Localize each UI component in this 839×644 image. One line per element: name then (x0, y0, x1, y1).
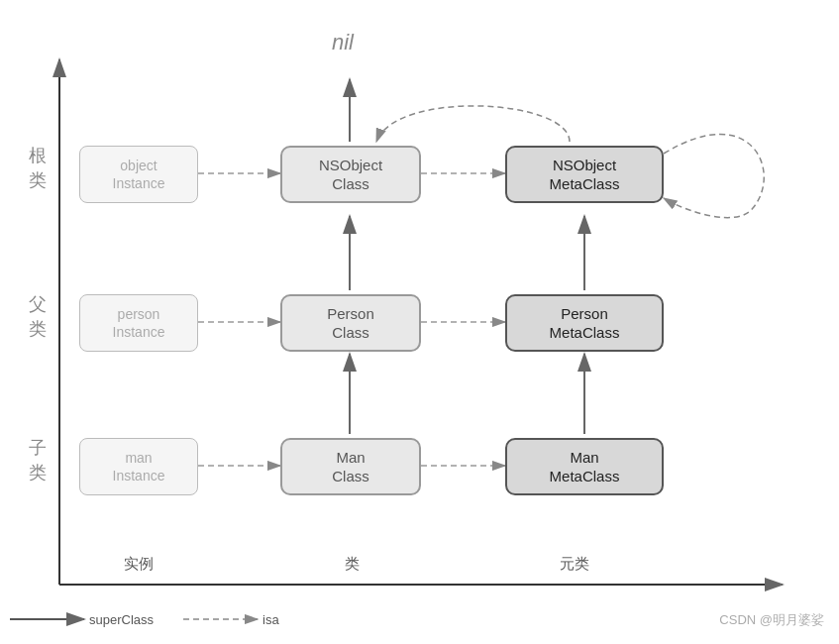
label-instance: 实例 (79, 555, 198, 574)
watermark: CSDN @明月婆娑 (719, 611, 824, 629)
man-metaclass-node: ManMetaClass (505, 438, 664, 495)
label-metaclass: 元类 (515, 555, 634, 574)
diagram-container: nil 根类 父类 子类 objectInstance NSObjectClas… (0, 0, 839, 644)
person-instance-node: personInstance (79, 294, 198, 352)
object-instance-node: objectInstance (79, 146, 198, 203)
nil-label: nil (332, 30, 354, 55)
man-class-node: ManClass (280, 438, 421, 495)
man-instance-node: manInstance (79, 438, 198, 495)
person-class-node: PersonClass (280, 294, 421, 352)
label-root: 根类 (18, 144, 57, 193)
label-class: 类 (297, 555, 406, 574)
label-child: 子类 (18, 436, 57, 485)
person-metaclass-node: PersonMetaClass (505, 294, 664, 352)
nsobject-metaclass-node: NSObjectMetaClass (505, 146, 664, 203)
label-parent: 父类 (18, 292, 57, 342)
legend-isa: isa (262, 612, 279, 627)
nsobject-class-node: NSObjectClass (280, 146, 421, 203)
legend-superclass: superClass (89, 612, 154, 627)
